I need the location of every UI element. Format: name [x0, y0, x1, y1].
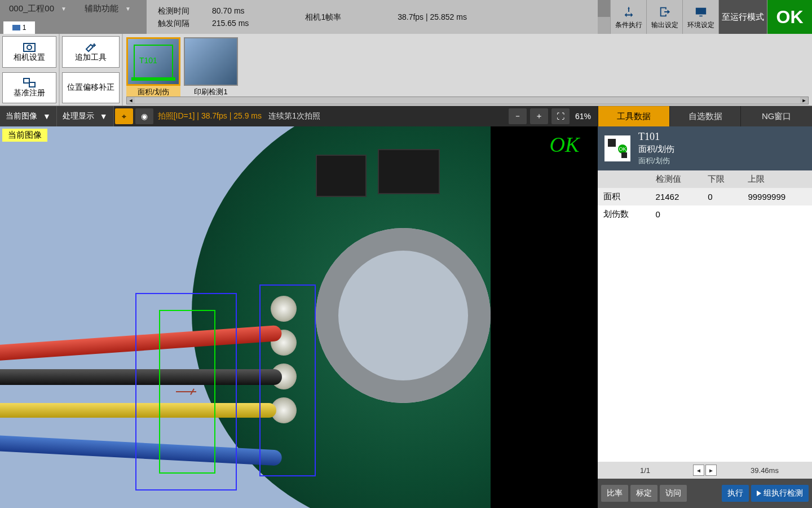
- tool-name: 面积/划伤: [638, 144, 674, 155]
- tool-type-icon: OK: [604, 135, 630, 161]
- tool-time: 39.46ms: [717, 466, 812, 475]
- monitor-gear-icon: [694, 5, 708, 19]
- tab-tool-data[interactable]: 工具数据: [598, 106, 669, 126]
- camera-icon: [12, 25, 20, 30]
- page-next-button[interactable]: ►: [705, 465, 717, 476]
- svg-rect-3: [29, 82, 35, 87]
- chevron-down-icon: ▼: [125, 6, 131, 12]
- cond-exec-button[interactable]: 条件执行: [610, 0, 646, 34]
- status-ok-badge: OK: [767, 0, 812, 34]
- snap-info: 拍照[ID=1] | 38.7fps | 25.9 ms: [155, 111, 265, 121]
- output-set-button[interactable]: 输出设定: [646, 0, 682, 34]
- tool-data-panel: OK T101 面积/划伤 面积/划伤 检测值下限上限 面积2146209999…: [598, 126, 812, 479]
- position-correction-button[interactable]: 位置偏移补正: [62, 72, 120, 104]
- run-mode-button[interactable]: 至运行模式: [718, 0, 767, 34]
- wrench-plus-icon: [84, 41, 98, 52]
- scroll-left-icon[interactable]: ◄: [127, 97, 135, 104]
- pcb-image: [0, 126, 491, 508]
- table-row: 面积21462099999999: [598, 188, 812, 205]
- capture-icon[interactable]: ◉: [135, 108, 153, 124]
- overlay-ok: OK: [533, 129, 595, 160]
- image-tag: 当前图像: [2, 129, 47, 142]
- reference-register-button[interactable]: 基准注册: [2, 72, 56, 104]
- visit-button[interactable]: 访问: [660, 485, 687, 502]
- tab-custom-data[interactable]: 自选数据: [669, 106, 741, 126]
- ratio-button[interactable]: 比率: [601, 485, 628, 502]
- thumb-scrollbar[interactable]: ◄►: [126, 97, 809, 104]
- zoom-in-button[interactable]: ＋: [530, 108, 548, 124]
- roi-outer-2: [259, 284, 316, 476]
- info-strip: 检测时间触发间隔 80.70 ms215.65 ms 相机1帧率 38.7fps…: [147, 0, 598, 34]
- calibrate-button[interactable]: 标定: [630, 485, 657, 502]
- tool-thumb-1[interactable]: 印刷检测1: [184, 37, 238, 98]
- image-source-dropdown[interactable]: 当前图像▼: [0, 106, 57, 126]
- menu-project[interactable]: 000_工程00▼: [0, 0, 76, 17]
- camera-tab-1[interactable]: 1: [3, 21, 35, 34]
- image-viewport[interactable]: 当前图像 OK: [0, 126, 598, 508]
- page-indicator: 1/1: [598, 466, 692, 475]
- display-mode-dropdown[interactable]: 处理显示▼: [57, 106, 114, 126]
- tool-thumb-0[interactable]: T101 面积/划伤: [126, 37, 180, 98]
- page-prev-button[interactable]: ◄: [693, 465, 704, 476]
- camera-gear-icon: [23, 41, 36, 52]
- branch-icon: [621, 5, 636, 19]
- zoom-value: 61%: [572, 112, 594, 121]
- tab-ng-window[interactable]: NG窗口: [740, 106, 812, 126]
- target-icon[interactable]: ⌖: [115, 108, 133, 124]
- group-execute-button[interactable]: 组执行检测: [751, 485, 809, 502]
- export-icon: [657, 5, 672, 19]
- tool-sub: 面积/划伤: [638, 156, 674, 166]
- menu-aux[interactable]: 辅助功能▼: [76, 0, 140, 17]
- env-set-button[interactable]: 环境设定: [682, 0, 718, 34]
- crosshair-icon: [176, 386, 198, 397]
- scroll-right-icon[interactable]: ►: [800, 97, 808, 104]
- tool-id: T101: [638, 131, 674, 143]
- play-icon: [757, 491, 761, 496]
- register-icon: [23, 77, 36, 88]
- continuous-info: 连续第1次拍照: [265, 111, 320, 121]
- table-row: 划伤数0: [598, 205, 812, 223]
- chevron-down-icon: ▼: [61, 6, 67, 12]
- add-tool-button[interactable]: 追加工具: [62, 36, 120, 68]
- svg-rect-2: [24, 78, 29, 83]
- zoom-out-button[interactable]: －: [509, 108, 527, 124]
- fit-button[interactable]: ⛶: [551, 108, 570, 124]
- svg-point-1: [27, 45, 32, 50]
- camera-settings-button[interactable]: 相机设置: [2, 36, 56, 68]
- result-table: 检测值下限上限 面积21462099999999 划伤数0: [598, 170, 812, 223]
- execute-button[interactable]: 执行: [722, 485, 749, 502]
